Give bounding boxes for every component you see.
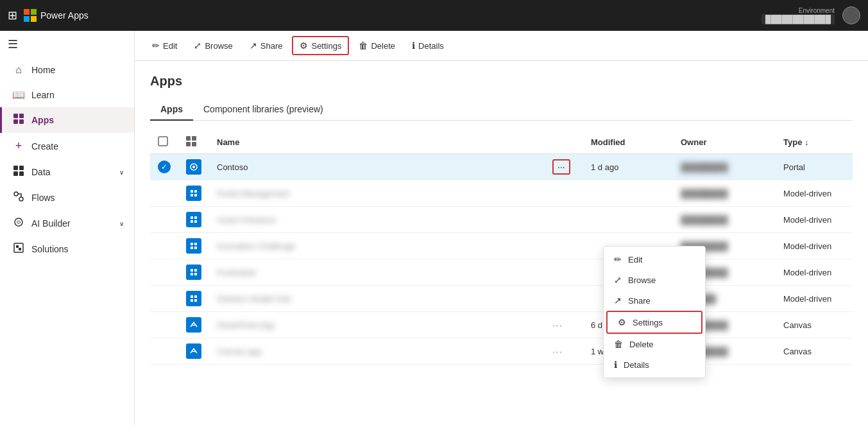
row-app-name[interactable]: Canvas app	[209, 338, 545, 365]
row-app-name[interactable]: Portal Management	[209, 180, 545, 207]
top-navbar: ⊞ Power Apps Environment ████████████	[0, 0, 868, 31]
row-checkbox[interactable]	[150, 207, 178, 233]
env-label: Environment	[799, 7, 835, 14]
ctx-settings-item[interactable]: ⚙ Settings	[606, 311, 702, 334]
edit-button[interactable]: ✏ Edit	[145, 37, 184, 55]
row-checkbox[interactable]	[150, 180, 178, 207]
row-app-icon	[178, 180, 209, 207]
table-row: Canvas app ··· 1 wk ago ████████ Canvas	[150, 338, 853, 365]
col-header-modified[interactable]: Modified	[583, 131, 673, 154]
svg-point-13	[19, 197, 23, 201]
ctx-share-label: Share	[628, 296, 651, 306]
row-type: Model-driven	[776, 207, 853, 233]
ctx-details-icon: ℹ	[614, 360, 617, 370]
sidebar-item-learn[interactable]: 📖 Learn	[0, 82, 134, 107]
row-app-name[interactable]: SharePoint App	[209, 312, 545, 338]
row-app-name[interactable]: Fundraiser	[209, 259, 545, 286]
settings-label: Settings	[311, 41, 341, 51]
sidebar-item-data[interactable]: Data ∨	[0, 159, 134, 185]
collapse-button[interactable]: ☰	[0, 31, 134, 58]
solutions-icon	[12, 243, 25, 256]
row-more-button[interactable]: ···	[552, 159, 570, 175]
ctx-edit-item[interactable]: ✏ Edit	[604, 249, 705, 270]
svg-rect-42	[194, 295, 197, 298]
svg-rect-3	[31, 16, 37, 22]
sidebar-ai-label: AI Builder	[31, 218, 71, 229]
user-menu[interactable]	[842, 6, 860, 24]
avatar[interactable]	[842, 6, 860, 24]
row-checkbox[interactable]	[150, 259, 178, 286]
svg-rect-2	[24, 16, 30, 22]
row-dots-cell[interactable]: ···	[545, 338, 583, 365]
ctx-settings-icon: ⚙	[618, 317, 626, 327]
ctx-browse-icon: ⤢	[614, 275, 622, 285]
ctx-edit-label: Edit	[628, 255, 642, 265]
brand-label: Power Apps	[40, 10, 89, 21]
row-app-name[interactable]: Innovation Challenge	[209, 233, 545, 259]
row-checkbox[interactable]	[150, 286, 178, 312]
ai-chevron-icon: ∨	[119, 220, 124, 227]
ctx-browse-item[interactable]: ⤢ Browse	[604, 270, 705, 290]
col-header-checkbox[interactable]	[150, 131, 178, 154]
row-app-name[interactable]: Asset Checkout	[209, 207, 545, 233]
table-row: SharePoint App ··· 6 d ago ████████ Canv…	[150, 312, 853, 338]
home-icon: ⌂	[12, 64, 25, 76]
col-header-type[interactable]: Type ↓	[776, 131, 853, 154]
col-header-owner[interactable]: Owner	[673, 131, 776, 154]
sidebar-data-label: Data	[31, 167, 51, 177]
app-icon-canvas	[186, 343, 201, 359]
row-dots-cell[interactable]: ···	[545, 312, 583, 338]
ctx-details-item[interactable]: ℹ Details	[604, 354, 705, 375]
sidebar-item-home[interactable]: ⌂ Home	[0, 58, 134, 82]
svg-rect-26	[194, 190, 197, 193]
row-app-name[interactable]: Solution Health Hub	[209, 286, 545, 312]
sidebar-item-create[interactable]: + Create	[0, 133, 134, 159]
row-type: Model-driven	[776, 180, 853, 207]
sidebar-apps-label: Apps	[31, 115, 54, 125]
row-dots-cell	[545, 259, 583, 286]
row-checkbox[interactable]	[150, 312, 178, 338]
edit-label: Edit	[163, 41, 177, 51]
table-row: Solution Health Hub ██████ Model-driven	[150, 286, 853, 312]
app-icon-model	[186, 186, 201, 201]
col-header-dots	[545, 131, 583, 154]
sidebar-item-ai-builder[interactable]: AI Builder ∨	[0, 211, 134, 236]
row-checkbox[interactable]	[150, 233, 178, 259]
svg-rect-40	[194, 273, 197, 275]
delete-button[interactable]: 🗑 Delete	[352, 37, 402, 55]
ctx-settings-label: Settings	[633, 318, 663, 327]
table-row: Fundraiser ████████ Model-driven	[150, 259, 853, 286]
settings-button[interactable]: ⚙ Settings	[292, 36, 349, 55]
row-dots-cell[interactable]: ···	[545, 154, 583, 180]
sidebar-learn-label: Learn	[31, 90, 55, 100]
sidebar-item-flows[interactable]: Flows	[0, 185, 134, 211]
tab-apps[interactable]: Apps	[150, 99, 193, 121]
ctx-delete-item[interactable]: 🗑 Delete	[604, 334, 705, 354]
edit-icon: ✏	[152, 40, 160, 51]
table-header-row: Name Modified Owner Type ↓	[150, 131, 853, 154]
svg-rect-22	[192, 142, 196, 146]
svg-rect-30	[194, 216, 197, 219]
sidebar-item-solutions[interactable]: Solutions	[0, 236, 134, 262]
svg-rect-19	[186, 136, 191, 141]
svg-rect-28	[194, 194, 197, 196]
row-type: Canvas	[776, 312, 853, 338]
environment-display[interactable]: Environment ████████████	[762, 7, 835, 24]
sidebar-item-apps[interactable]: Apps	[0, 107, 134, 133]
waffle-icon[interactable]: ⊞	[8, 8, 17, 22]
row-checkbox[interactable]	[150, 338, 178, 365]
tab-component-libraries[interactable]: Component libraries (preview)	[193, 99, 334, 121]
svg-rect-15	[14, 243, 23, 252]
details-button[interactable]: ℹ Details	[405, 37, 451, 55]
row-app-icon	[178, 233, 209, 259]
browse-button[interactable]: ⤢ Browse	[187, 37, 239, 55]
app-icon-model	[186, 265, 201, 280]
row-app-icon	[178, 259, 209, 286]
row-modified: 1 d ago	[583, 154, 673, 180]
app-icon-model	[186, 291, 201, 306]
row-app-name[interactable]: Contoso	[209, 154, 545, 180]
row-checkbox[interactable]: ✓	[150, 154, 178, 180]
col-header-name[interactable]: Name	[209, 131, 545, 154]
share-button[interactable]: ↗ Share	[243, 37, 290, 55]
ctx-share-item[interactable]: ↗ Share	[604, 290, 705, 311]
